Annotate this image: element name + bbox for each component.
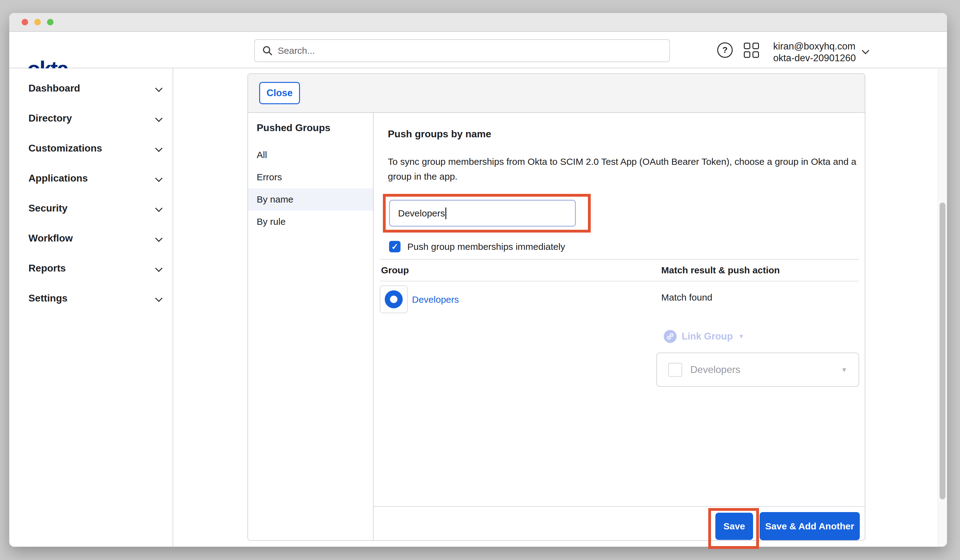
- group-name-input[interactable]: Developers: [389, 200, 576, 227]
- window-zoom-icon[interactable]: [47, 19, 53, 26]
- window-close-icon[interactable]: [22, 19, 28, 26]
- account-email: kiran@boxyhq.com: [773, 40, 856, 52]
- subnav-title: Pushed Groups: [248, 122, 373, 134]
- caret-down-icon: ▼: [738, 333, 744, 340]
- chevron-down-icon: [155, 144, 162, 152]
- subnav-item-errors[interactable]: Errors: [248, 166, 373, 188]
- group-avatar: [380, 285, 408, 313]
- app-group-placeholder-icon: [668, 363, 682, 377]
- apps-button[interactable]: [744, 32, 759, 68]
- sidebar-item-security[interactable]: Security: [9, 193, 173, 223]
- apps-grid-icon: [744, 43, 759, 58]
- chevron-down-icon: [155, 264, 162, 272]
- sidebar-item-customizations[interactable]: Customizations: [9, 133, 173, 163]
- search-input[interactable]: [278, 45, 662, 56]
- subnav-item-all[interactable]: All: [248, 144, 373, 166]
- save-button[interactable]: Save: [715, 513, 753, 540]
- window-minimize-icon[interactable]: [34, 19, 41, 26]
- subnav-item-by-rule[interactable]: By rule: [248, 211, 373, 233]
- chain-link-icon: [664, 330, 677, 343]
- chevron-down-icon: [155, 294, 162, 302]
- chevron-down-icon: [155, 85, 162, 92]
- vertical-scrollbar[interactable]: [938, 68, 947, 547]
- app-window: okta ? kiran@boxyhq.com: [9, 13, 947, 547]
- chevron-down-icon: [155, 114, 162, 122]
- dialog-toolbar: Close: [248, 74, 865, 113]
- table-header-divider: [380, 281, 859, 282]
- help-button[interactable]: ?: [717, 32, 733, 68]
- account-org: okta-dev-20901260: [773, 52, 856, 64]
- chevron-down-icon: [155, 174, 162, 182]
- column-header-group: Group: [381, 264, 409, 276]
- push-immediately-label: Push group memberships immediately: [407, 242, 565, 252]
- column-header-match-result: Match result & push action: [661, 264, 780, 276]
- push-by-name-panel: Push groups by name To sync group member…: [374, 113, 865, 540]
- group-name-value: Developers: [398, 208, 445, 219]
- push-groups-dialog: Close Pushed Groups All Errors By name B…: [247, 73, 866, 541]
- sidebar-nav: Dashboard Directory Customizations Appli…: [9, 68, 173, 547]
- text-cursor: [445, 208, 446, 219]
- table-top-divider: [380, 259, 859, 260]
- caret-down-icon: ▼: [841, 366, 847, 374]
- sidebar-item-workflow[interactable]: Workflow: [9, 223, 173, 253]
- app-group-select[interactable]: Developers ▼: [656, 352, 859, 387]
- push-immediately-checkbox[interactable]: ✓: [389, 241, 400, 252]
- sidebar-item-dashboard[interactable]: Dashboard: [9, 73, 173, 103]
- top-header: okta ? kiran@boxyhq.com: [9, 32, 947, 68]
- push-immediately-option: ✓ Push group memberships immediately: [389, 241, 565, 252]
- footer-divider: [374, 506, 865, 507]
- account-menu[interactable]: kiran@boxyhq.com okta-dev-20901260: [773, 40, 856, 64]
- scrollbar-thumb[interactable]: [939, 203, 946, 499]
- app-group-value: Developers: [690, 364, 833, 375]
- group-name-link[interactable]: Developers: [412, 294, 459, 306]
- save-add-another-button[interactable]: Save & Add Another: [760, 512, 860, 540]
- subnav-item-by-name[interactable]: By name: [248, 188, 373, 211]
- chevron-down-icon: [155, 234, 162, 242]
- panel-title: Push groups by name: [388, 128, 491, 140]
- sidebar-item-applications[interactable]: Applications: [9, 163, 173, 193]
- sidebar-item-settings[interactable]: Settings: [9, 283, 173, 313]
- sidebar-item-reports[interactable]: Reports: [9, 253, 173, 283]
- close-button[interactable]: Close: [259, 82, 300, 104]
- blue-donut-icon: [385, 290, 403, 308]
- global-search[interactable]: [254, 39, 670, 62]
- chevron-down-icon[interactable]: [862, 47, 869, 54]
- match-result-text: Match found: [661, 291, 712, 303]
- sidebar-item-directory[interactable]: Directory: [9, 103, 173, 133]
- pushed-groups-subnav: Pushed Groups All Errors By name By rule: [248, 113, 374, 540]
- panel-description: To sync group memberships from Okta to S…: [388, 154, 861, 184]
- link-group-dropdown[interactable]: Link Group ▼: [664, 330, 744, 343]
- window-titlebar: [9, 13, 947, 32]
- help-icon: ?: [717, 42, 733, 58]
- link-group-label: Link Group: [682, 331, 733, 342]
- search-icon: [262, 45, 273, 56]
- chevron-down-icon: [155, 205, 162, 212]
